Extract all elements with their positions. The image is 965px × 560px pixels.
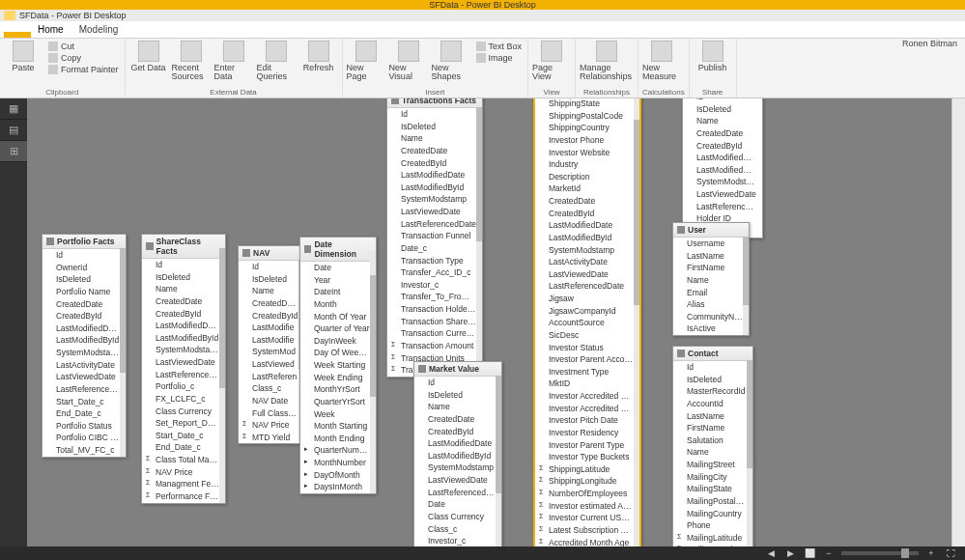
table-field[interactable]: NAV Date [239,395,304,407]
table-field[interactable]: NAV Price [239,419,304,432]
table-unnamed[interactable]: IdIsDeletedNameCreatedDateCreatedByIdLas… [682,98,763,238]
table-field[interactable]: LastModifiedDate [43,322,126,335]
table-field[interactable]: LastReferencedDate [43,383,126,396]
table-field[interactable]: Month Ending [300,433,376,445]
table-field[interactable]: Id [142,259,225,271]
table-field[interactable]: OwnerId [43,262,126,274]
table-field[interactable]: LastReferencedDate [683,201,762,213]
table-field[interactable]: Week Starting [300,359,376,372]
table-field[interactable]: MailingCountry [673,508,752,520]
table-field[interactable]: LastModifiedDate [387,169,482,182]
table-field[interactable]: DateInt [300,286,376,298]
table-field[interactable]: Month Of Year [300,311,376,323]
table-field[interactable]: Date [300,262,376,274]
table-field[interactable]: CreatedById [43,310,126,322]
table-field[interactable]: Set_Report_Date_c [142,417,225,430]
table-field[interactable]: ShippingCountry [535,122,639,134]
table-field[interactable]: Month Starting [300,420,376,433]
table-field[interactable]: Portfolio Name [43,286,126,298]
table-contact[interactable]: Contact IdIsDeletedMasterRecordIdAccount… [672,346,753,546]
paste-button[interactable]: Paste [4,41,43,72]
table-field[interactable]: CreatedDate [683,127,762,140]
table-field[interactable]: LastModifiedById [142,332,225,345]
table-portfolio-facts[interactable]: Portfolio Facts IdOwnerIdIsDeletedPortfo… [42,234,127,458]
table-field[interactable]: FirstName [673,262,749,274]
table-field[interactable]: Managment Fee Disc [142,478,225,490]
new-shapes-button[interactable]: New Shapes [432,41,470,82]
table-field[interactable]: Portfolio_c [142,380,225,393]
table-field[interactable]: LastModifie [239,334,304,347]
table-field[interactable]: Accredited Month Age [535,537,639,547]
table-field[interactable]: End_Date_c [142,441,225,454]
table-field[interactable]: Class Currency [414,511,501,523]
table-field[interactable]: CreatedDate [387,145,482,157]
table-field[interactable]: LastModifiedById [683,164,762,177]
table-field[interactable]: Id [43,249,126,262]
signed-in-user[interactable]: Ronen Bitman [902,39,957,48]
manage-relationships-button[interactable]: Manage Relationships [580,41,634,82]
table-field[interactable]: Full Class Nan [239,407,304,420]
table-field[interactable]: AccountId [673,398,752,410]
scrollbar[interactable] [743,237,749,335]
table-field[interactable]: Week Ending [300,372,376,384]
table-field[interactable]: SystemModstamp [683,176,762,188]
table-field[interactable]: Id [414,377,501,389]
table-field[interactable]: Portfolio Status [43,420,126,433]
table-field[interactable]: Transaction HolderID [387,303,482,316]
table-field[interactable]: LastModifie [239,322,304,334]
table-field[interactable]: LastModifiedById [43,334,126,347]
model-view-button[interactable]: ⊞ [0,141,27,162]
table-field[interactable]: DayOfMonth [300,469,376,482]
table-field[interactable]: Investor Parent Account [535,353,639,366]
publish-button[interactable]: Publish [694,41,732,72]
table-field[interactable]: IsDeleted [387,121,482,133]
table-field[interactable]: Performance Fee Dis [142,490,225,503]
table-field[interactable]: LastReferencedDate [414,487,501,499]
new-visual-button[interactable]: New Visual [389,41,428,82]
scrollbar[interactable] [219,248,225,503]
tab-file[interactable]: File [4,32,31,38]
table-field[interactable]: MktID [535,378,639,390]
table-field[interactable]: Investor Website [535,147,639,159]
table-field[interactable]: Name [673,446,752,459]
table-field[interactable]: FX_LCLFC_c [142,393,225,406]
table-field[interactable]: Latest Subscription Activity [535,524,639,537]
table-field[interactable]: LastActivityDate [43,359,126,372]
table-field[interactable]: MTD Yield [239,432,304,444]
table-field[interactable]: Phone [673,519,752,532]
zoom-out[interactable]: − [822,548,836,558]
table-field[interactable]: Transaction Funnel [387,230,482,242]
table-field[interactable]: Name [683,115,762,127]
table-field[interactable]: SystemModstamp [535,244,639,257]
recent-sources-button[interactable]: Recent Sources [172,41,211,82]
table-field[interactable]: Investor Pitch Date [535,414,639,427]
table-field[interactable]: End_Date_c [43,407,126,420]
table-field[interactable]: Investor Accredited Has Decla [535,390,639,403]
model-canvas[interactable]: Portfolio Facts IdOwnerIdIsDeletedPortfo… [27,98,965,546]
new-page-button[interactable]: New Page [347,41,385,82]
table-date-dimension[interactable]: Date Dimension DateYearDateIntMonthMonth… [299,237,377,494]
table-field[interactable]: Id [387,108,482,121]
text-box-button[interactable]: Text Box [474,41,525,52]
table-field[interactable]: Class Total Market V [142,454,225,466]
scrollbar[interactable] [747,360,752,546]
table-field[interactable]: Investor Status [535,342,639,354]
table-field[interactable]: Date [414,498,501,511]
table-field[interactable]: Investor Parent Type [535,439,639,452]
fit-to-page[interactable]: ⬜ [803,548,816,558]
table-field[interactable]: DayInWeek [300,335,376,348]
table-field[interactable]: Class Currency [142,406,225,418]
table-field[interactable]: NumberOfEmployees [535,488,639,500]
get-data-button[interactable]: Get Data [129,41,168,72]
table-field[interactable]: MonthYrSort [300,383,376,396]
scrollbar[interactable] [476,107,482,377]
table-field[interactable]: Name [142,283,225,295]
format-painter-button[interactable]: Format Painter [46,64,121,75]
table-field[interactable]: Email [673,287,749,299]
tab-home[interactable]: Home [30,21,71,38]
table-field[interactable]: CreatedDate [142,295,225,308]
table-field[interactable]: IsDeleted [683,103,762,116]
table-field[interactable]: LastViewedDate [142,356,225,369]
table-field[interactable]: Portfolio CIBC Code [43,432,126,444]
table-field[interactable]: Transfer_Acc_ID_c [387,266,482,279]
